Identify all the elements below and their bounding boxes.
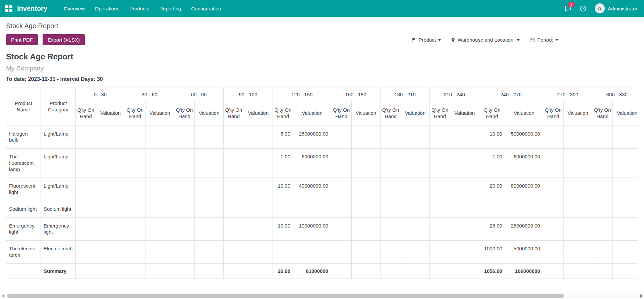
summary-row: Summary26.00810000001056.00166000000 bbox=[6, 263, 638, 279]
user-menu[interactable]: A Administrator bbox=[595, 3, 637, 13]
scroll-right-arrow[interactable] bbox=[638, 293, 644, 298]
cell-product-name: The electric torch bbox=[6, 241, 41, 264]
cell-valuation bbox=[401, 201, 430, 217]
cell-valuation bbox=[450, 149, 479, 178]
cell-valuation bbox=[401, 178, 430, 201]
summary-qty-on-hand bbox=[592, 263, 613, 279]
warehouse-filter-label: Warehouse and Location: bbox=[458, 37, 515, 43]
cell-valuation bbox=[145, 178, 174, 201]
cell-qty-on-hand bbox=[430, 149, 450, 178]
cell-qty-on-hand bbox=[125, 178, 145, 201]
col-header-valuation: Valuation bbox=[564, 101, 592, 126]
cell-valuation bbox=[613, 149, 638, 178]
col-header-qty: Q'ty On Hand bbox=[125, 101, 145, 126]
cell-valuation bbox=[450, 178, 479, 201]
cell-qty-on-hand bbox=[76, 126, 96, 149]
map-marker-icon bbox=[451, 37, 455, 43]
topbar-right: 1 A Administrator bbox=[564, 3, 639, 13]
menu-item-overview[interactable]: Overview bbox=[59, 0, 90, 17]
cell-valuation: 80000000.00 bbox=[505, 178, 543, 201]
product-filter-dropdown[interactable]: Product bbox=[411, 37, 441, 43]
col-header-interval: 90 - 120 bbox=[224, 88, 273, 101]
col-header-product-name: Product Name bbox=[6, 88, 41, 126]
cell-valuation bbox=[244, 241, 273, 264]
cell-qty-on-hand bbox=[273, 201, 293, 217]
cell-qty-on-hand bbox=[543, 217, 564, 241]
summary-qty-on-hand bbox=[380, 263, 401, 279]
cell-qty-on-hand bbox=[76, 241, 96, 264]
chevron-down-icon bbox=[517, 39, 520, 41]
scroll-left-arrow[interactable] bbox=[0, 293, 6, 298]
chevron-down-icon bbox=[555, 39, 558, 41]
summary-valuation bbox=[352, 263, 380, 279]
actions-row: Print PDF Export (XLSX) Product W bbox=[6, 34, 638, 45]
user-name: Administrator bbox=[608, 6, 637, 11]
cell-valuation bbox=[145, 126, 174, 149]
cell-valuation bbox=[613, 178, 638, 201]
summary-qty-on-hand bbox=[125, 263, 145, 279]
cell-qty-on-hand bbox=[380, 241, 401, 264]
cell-product-category: Light/Lamp bbox=[41, 178, 76, 201]
table-row: Sodium lightSodium light bbox=[6, 201, 638, 217]
app-name[interactable]: Inventory bbox=[17, 5, 47, 12]
export-xlsx-button[interactable]: Export (XLSX) bbox=[43, 34, 85, 45]
cell-valuation: 6000000.00 bbox=[293, 149, 331, 178]
page-header: Stock Age Report Print PDF Export (XLSX)… bbox=[0, 17, 644, 45]
cell-valuation bbox=[96, 149, 125, 178]
cell-valuation bbox=[145, 217, 174, 241]
col-header-valuation: Valuation bbox=[505, 101, 543, 126]
menu-item-reporting[interactable]: Reporting bbox=[154, 0, 186, 17]
cell-qty-on-hand: 25.00 bbox=[479, 217, 505, 241]
cell-valuation bbox=[401, 149, 430, 178]
summary-valuation bbox=[244, 263, 273, 279]
cell-valuation bbox=[96, 126, 125, 149]
col-header-valuation: Valuation bbox=[195, 101, 224, 126]
cell-qty-on-hand bbox=[174, 201, 195, 217]
cell-valuation bbox=[564, 178, 592, 201]
cell-valuation bbox=[195, 217, 224, 241]
cell-valuation bbox=[401, 241, 430, 264]
menu-item-operations[interactable]: Operations bbox=[90, 0, 124, 17]
col-header-qty: Q'ty On Hand bbox=[76, 101, 96, 126]
summary-valuation bbox=[450, 263, 479, 279]
cell-qty-on-hand bbox=[174, 217, 195, 241]
warehouse-filter-dropdown[interactable]: Warehouse and Location: bbox=[451, 37, 520, 43]
cell-valuation bbox=[244, 178, 273, 201]
col-header-qty: Q'ty On Hand bbox=[543, 101, 564, 126]
cell-valuation: 10000000.00 bbox=[293, 217, 331, 241]
cell-valuation bbox=[352, 217, 380, 241]
activities-button[interactable] bbox=[580, 5, 587, 12]
cell-qty-on-hand bbox=[592, 241, 613, 264]
cell-product-category: Light/Lamp bbox=[41, 126, 76, 149]
summary-qty-on-hand: 1056.00 bbox=[479, 263, 505, 279]
scrollbar-track[interactable] bbox=[6, 293, 638, 298]
cell-qty-on-hand bbox=[224, 217, 244, 241]
cell-product-name: Halogen bulb bbox=[6, 126, 41, 149]
print-pdf-button[interactable]: Print PDF bbox=[6, 34, 38, 45]
summary-valuation bbox=[564, 263, 592, 279]
horizontal-scrollbar[interactable] bbox=[0, 293, 644, 298]
cell-qty-on-hand bbox=[174, 178, 195, 201]
menu-item-products[interactable]: Products bbox=[124, 0, 154, 17]
cell-qty-on-hand bbox=[224, 241, 244, 264]
filters-bar: Product Warehouse and Location: bbox=[411, 37, 558, 43]
period-filter-dropdown[interactable]: Period: bbox=[530, 37, 558, 43]
messages-badge: 1 bbox=[568, 2, 575, 7]
product-filter-label: Product bbox=[418, 37, 436, 43]
col-header-qty: Q'ty On Hand bbox=[273, 101, 293, 126]
scrollbar-thumb[interactable] bbox=[7, 294, 564, 298]
cell-qty-on-hand bbox=[430, 217, 450, 241]
messages-button[interactable]: 1 bbox=[564, 5, 572, 12]
cell-valuation: 40000000.00 bbox=[293, 178, 331, 201]
menu-item-configuration[interactable]: Configuration bbox=[186, 0, 226, 17]
cell-valuation bbox=[450, 217, 479, 241]
cell-qty-on-hand bbox=[331, 126, 352, 149]
cell-product-category: Light/Lamp bbox=[41, 149, 76, 178]
cell-qty-on-hand: 1.00 bbox=[479, 149, 505, 178]
col-header-valuation: Valuation bbox=[244, 101, 273, 126]
cell-qty-on-hand bbox=[125, 217, 145, 241]
cell-qty-on-hand: 10.00 bbox=[273, 217, 293, 241]
summary-qty-on-hand bbox=[174, 263, 195, 279]
cell-qty-on-hand bbox=[331, 149, 352, 178]
apps-grid-icon[interactable] bbox=[5, 5, 12, 12]
